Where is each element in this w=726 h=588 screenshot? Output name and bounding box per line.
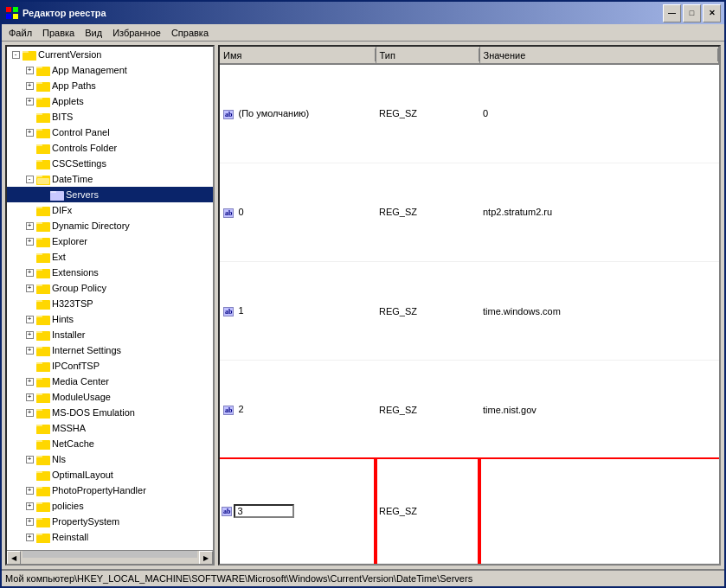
column-header-name[interactable]: Имя: [220, 47, 376, 64]
svg-rect-0: [6, 7, 11, 12]
tree-item-explorer[interactable]: + Explorer: [7, 233, 213, 249]
table-row-editing[interactable]: ab REG_SZ: [220, 459, 719, 564]
expand-icon[interactable]: +: [22, 514, 36, 528]
expand-icon: [36, 188, 50, 201]
cell-name: ab 2: [220, 361, 376, 459]
table-row[interactable]: ab (По умолчанию) REG_SZ 0: [220, 64, 719, 163]
tree-item-appmanagement[interactable]: + App Management: [7, 62, 213, 78]
tree-horizontal-scrollbar[interactable]: ◀ ▶: [7, 550, 213, 564]
close-button[interactable]: [703, 4, 721, 22]
svg-rect-34: [50, 193, 64, 201]
expand-icon[interactable]: +: [22, 125, 36, 139]
column-header-value[interactable]: Значение: [479, 47, 719, 64]
ab-icon: ab: [223, 208, 234, 218]
expand-icon[interactable]: +: [22, 374, 36, 388]
tree-item-policies[interactable]: + policies: [7, 498, 213, 514]
minimize-button[interactable]: [663, 4, 681, 22]
tree-item-photopropertyhandler[interactable]: + PhotoPropertyHandler: [7, 483, 213, 498]
svg-rect-61: [36, 333, 50, 341]
folder-icon: [22, 48, 36, 61]
menu-favorites[interactable]: Избранное: [107, 26, 166, 40]
tree-item-mediacenter[interactable]: + Media Center: [7, 374, 213, 389]
table-row[interactable]: ab 2 REG_SZ time.nist.gov: [220, 361, 719, 459]
tree-item-difx[interactable]: DIFx: [7, 202, 213, 218]
expand-icon[interactable]: +: [22, 219, 36, 233]
tree-item-dynamicdirectory[interactable]: + Dynamic Directory: [7, 218, 213, 233]
tree-item-ext[interactable]: Ext: [7, 249, 213, 265]
svg-rect-3: [13, 14, 18, 19]
tree-item-cscsettings[interactable]: CSCSettings: [7, 156, 213, 171]
expand-icon[interactable]: +: [22, 312, 36, 326]
expand-icon[interactable]: +: [22, 265, 36, 279]
tree-item-msdosemulation[interactable]: + MS-DOS Emulation: [7, 405, 213, 420]
tree-item-grouppolicy[interactable]: + Group Policy: [7, 280, 213, 296]
tree-panel: - CurrentVersion + App Management +: [5, 45, 215, 566]
tree-item-controlpanel[interactable]: + Control Panel: [7, 125, 213, 140]
tree-item-currentversion[interactable]: - CurrentVersion: [7, 47, 213, 62]
tree-item-optimallayout[interactable]: OptimalLayout: [7, 467, 213, 483]
scroll-right-btn[interactable]: ▶: [199, 551, 213, 565]
table-row[interactable]: ab 0 REG_SZ ntp2.stratum2.ru: [220, 163, 719, 261]
expand-icon[interactable]: +: [22, 63, 36, 77]
cell-value: time.nist.gov: [479, 361, 719, 459]
menu-view[interactable]: Вид: [80, 26, 107, 40]
expand-icon[interactable]: +: [22, 328, 36, 342]
tree-item-installer[interactable]: + Installer: [7, 327, 213, 342]
expand-icon[interactable]: +: [22, 530, 36, 544]
menu-edit[interactable]: Правка: [37, 26, 80, 40]
tree-item-hints[interactable]: + Hints: [7, 311, 213, 327]
tree-scroll[interactable]: - CurrentVersion + App Management +: [7, 47, 213, 550]
tree-label: Internet Settings: [52, 345, 121, 355]
tree-item-controlsfolder[interactable]: Controls Folder: [7, 140, 213, 156]
tree-item-ipconftsp[interactable]: IPConfTSP: [7, 358, 213, 374]
tree-item-mssha[interactable]: MSSHA: [7, 420, 213, 436]
ab-icon: ab: [222, 507, 232, 516]
tree-label: Applets: [52, 96, 84, 106]
cell-name-editing[interactable]: ab: [220, 459, 376, 564]
tree-label: CSCSettings: [52, 158, 106, 169]
tree-item-nls[interactable]: + Nls: [7, 451, 213, 467]
tree-item-extensions[interactable]: + Extensions: [7, 265, 213, 280]
tree-item-servers[interactable]: Servers: [7, 187, 213, 202]
expand-icon[interactable]: +: [22, 94, 36, 108]
folder-icon: [36, 406, 50, 419]
expand-icon[interactable]: +: [22, 79, 36, 93]
svg-rect-85: [36, 457, 50, 465]
scroll-track[interactable]: [22, 551, 197, 558]
expand-icon[interactable]: +: [22, 499, 36, 513]
registry-name-input[interactable]: [234, 504, 294, 518]
table-row[interactable]: ab 1 REG_SZ time.windows.com: [220, 261, 719, 360]
menu-help[interactable]: Справка: [166, 26, 214, 40]
tree-label: DIFx: [52, 205, 72, 215]
scroll-left-btn[interactable]: ◀: [7, 551, 21, 565]
svg-rect-91: [36, 489, 50, 496]
svg-rect-49: [36, 271, 50, 278]
expand-icon[interactable]: +: [22, 281, 36, 295]
column-header-type[interactable]: Тип: [376, 47, 479, 64]
expand-icon[interactable]: +: [22, 406, 36, 419]
tree-item-apppaths[interactable]: + App Paths: [7, 78, 213, 93]
expand-icon: [22, 250, 36, 264]
tree-item-h323tsp[interactable]: H323TSP: [7, 296, 213, 311]
expand-icon[interactable]: -: [9, 48, 22, 61]
svg-rect-67: [36, 364, 50, 372]
tree-item-bits[interactable]: BITS: [7, 109, 213, 125]
folder-icon: [36, 297, 50, 310]
expand-icon[interactable]: +: [22, 343, 36, 357]
svg-rect-94: [36, 504, 50, 512]
expand-icon[interactable]: +: [22, 452, 36, 466]
tree-item-moduleusage[interactable]: + ModuleUsage: [7, 389, 213, 405]
tree-item-propertysystem[interactable]: + PropertySystem: [7, 514, 213, 529]
menu-file[interactable]: Файл: [3, 26, 37, 40]
expand-icon[interactable]: -: [22, 172, 36, 186]
tree-item-internetsettings[interactable]: + Internet Settings: [7, 342, 213, 358]
folder-icon: [36, 64, 50, 76]
expand-icon[interactable]: +: [22, 390, 36, 404]
tree-item-reinstall[interactable]: + Reinstall: [7, 529, 213, 545]
tree-item-netcache[interactable]: NetCache: [7, 436, 213, 451]
tree-item-datetime[interactable]: - DateTime: [7, 171, 213, 187]
maximize-button[interactable]: [683, 4, 701, 22]
expand-icon[interactable]: +: [22, 234, 36, 248]
expand-icon[interactable]: +: [22, 483, 36, 497]
tree-item-applets[interactable]: + Applets: [7, 93, 213, 109]
